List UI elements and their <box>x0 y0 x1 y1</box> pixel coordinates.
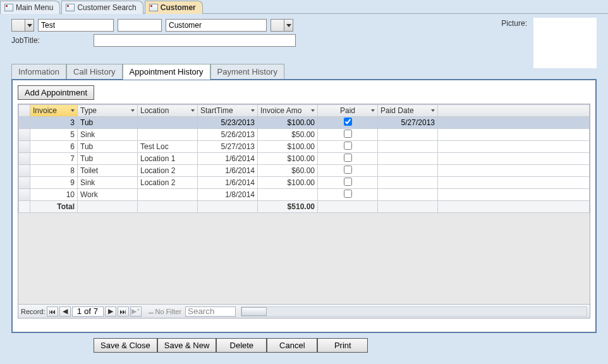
tab-information[interactable]: Information <box>11 64 66 79</box>
cell-location[interactable] <box>138 117 198 129</box>
cell-type[interactable]: Tub <box>78 141 138 153</box>
cell-paid[interactable] <box>318 141 378 153</box>
jobtitle-field[interactable] <box>94 34 296 47</box>
tab-main-menu[interactable]: Main Menu <box>0 1 60 14</box>
cell-invoice-amount[interactable]: $60.00 <box>258 165 318 177</box>
nav-new-button[interactable]: ▶* <box>130 306 142 317</box>
row-selector[interactable] <box>19 165 30 177</box>
tab-customer[interactable]: Customer <box>145 1 203 14</box>
cell-location[interactable]: Location 2 <box>138 177 198 189</box>
cell-location[interactable] <box>138 129 198 141</box>
cell-invoice[interactable]: 10 <box>30 189 78 201</box>
paid-checkbox[interactable] <box>344 154 352 162</box>
tab-customer-search[interactable]: Customer Search <box>61 1 143 14</box>
cell-paid-date[interactable] <box>378 141 438 153</box>
cell-starttime[interactable]: 5/26/2013 <box>198 129 258 141</box>
nav-next-button[interactable]: ▶ <box>105 306 116 317</box>
table-row[interactable]: 9SinkLocation 21/6/2014$100.00 <box>19 177 590 189</box>
cell-invoice-amount[interactable]: $100.00 <box>258 153 318 165</box>
row-selector[interactable] <box>19 153 30 165</box>
cell-paid[interactable] <box>318 189 378 201</box>
print-button[interactable]: Print <box>317 338 368 353</box>
delete-button[interactable]: Delete <box>216 338 267 353</box>
col-type[interactable]: Type <box>78 105 138 117</box>
cell-invoice[interactable]: 3 <box>30 117 78 129</box>
cell-starttime[interactable]: 1/6/2014 <box>198 177 258 189</box>
paid-checkbox[interactable] <box>344 190 352 198</box>
select-all-cell[interactable] <box>19 105 30 117</box>
cell-type[interactable]: Sink <box>78 177 138 189</box>
cell-invoice[interactable]: 7 <box>30 153 78 165</box>
title-combo[interactable] <box>11 19 34 32</box>
paid-checkbox[interactable] <box>344 118 352 126</box>
cell-paid-date[interactable] <box>378 129 438 141</box>
cell-type[interactable]: Tub <box>78 153 138 165</box>
table-row[interactable]: 10Work1/8/2014 <box>19 189 590 201</box>
save-new-button[interactable]: Save & New <box>157 338 217 353</box>
cell-type[interactable]: Tub <box>78 117 138 129</box>
row-selector[interactable] <box>19 141 30 153</box>
cell-location[interactable] <box>138 189 198 201</box>
tab-appointment-history[interactable]: Appointment History <box>123 64 210 80</box>
row-selector[interactable] <box>19 117 30 129</box>
save-close-button[interactable]: Save & Close <box>94 338 157 353</box>
cell-starttime[interactable]: 1/6/2014 <box>198 165 258 177</box>
cell-paid-date[interactable] <box>378 165 438 177</box>
cell-location[interactable]: Location 2 <box>138 165 198 177</box>
cell-paid[interactable] <box>318 177 378 189</box>
cell-paid-date[interactable]: 5/27/2013 <box>378 117 438 129</box>
col-starttime[interactable]: StartTime <box>198 105 258 117</box>
nav-prev-button[interactable]: ◀ <box>59 306 71 317</box>
grid-table[interactable]: Invoice Type Location StartTime Invoice … <box>18 104 590 213</box>
cell-paid-date[interactable] <box>378 177 438 189</box>
suffix-combo[interactable] <box>271 19 293 32</box>
cell-paid[interactable] <box>318 129 378 141</box>
cell-starttime[interactable]: 5/27/2013 <box>198 141 258 153</box>
search-input[interactable] <box>185 306 236 317</box>
table-row[interactable]: 7TubLocation 11/6/2014$100.00 <box>19 153 590 165</box>
paid-checkbox[interactable] <box>344 130 352 138</box>
row-selector[interactable] <box>19 177 30 189</box>
filter-indicator[interactable]: ⚊No Filter <box>148 307 182 315</box>
row-selector[interactable] <box>19 189 30 201</box>
cell-paid-date[interactable] <box>378 153 438 165</box>
cell-invoice-amount[interactable]: $100.00 <box>258 141 318 153</box>
add-appointment-button[interactable]: Add Appointment <box>18 85 94 100</box>
nav-first-button[interactable]: ⏮ <box>47 306 58 317</box>
cell-paid[interactable] <box>318 117 378 129</box>
cell-starttime[interactable]: 1/6/2014 <box>198 153 258 165</box>
tab-call-history[interactable]: Call History <box>66 64 122 79</box>
tab-payment-history[interactable]: Payment History <box>210 64 284 79</box>
middle-name-field[interactable] <box>118 19 162 32</box>
cell-location[interactable]: Test Loc <box>138 141 198 153</box>
col-paid[interactable]: Paid <box>318 105 378 117</box>
last-name-field[interactable] <box>166 19 267 32</box>
cell-type[interactable]: Toilet <box>78 165 138 177</box>
table-row[interactable]: 5Sink5/26/2013$50.00 <box>19 129 590 141</box>
first-name-field[interactable] <box>38 19 114 32</box>
paid-checkbox[interactable] <box>344 166 352 174</box>
paid-checkbox[interactable] <box>344 142 352 150</box>
cell-paid[interactable] <box>318 165 378 177</box>
cell-paid-date[interactable] <box>378 189 438 201</box>
cell-type[interactable]: Work <box>78 189 138 201</box>
table-row[interactable]: 3Tub5/23/2013$100.005/27/2013 <box>19 117 590 129</box>
col-invoice-amount[interactable]: Invoice Amo <box>258 105 318 117</box>
horizontal-scrollbar[interactable] <box>241 306 587 317</box>
cell-invoice[interactable]: 5 <box>30 129 78 141</box>
row-selector[interactable] <box>19 129 30 141</box>
table-row[interactable]: 8ToiletLocation 21/6/2014$60.00 <box>19 165 590 177</box>
nav-last-button[interactable]: ⏭ <box>118 306 129 317</box>
col-location[interactable]: Location <box>138 105 198 117</box>
table-row[interactable]: 6TubTest Loc5/27/2013$100.00 <box>19 141 590 153</box>
cell-invoice-amount[interactable]: $100.00 <box>258 117 318 129</box>
cell-invoice-amount[interactable] <box>258 189 318 201</box>
picture-box[interactable] <box>533 18 597 68</box>
cell-invoice[interactable]: 8 <box>30 165 78 177</box>
cell-starttime[interactable]: 5/23/2013 <box>198 117 258 129</box>
col-paid-date[interactable]: Paid Date <box>378 105 438 117</box>
paid-checkbox[interactable] <box>344 178 352 186</box>
cancel-button[interactable]: Cancel <box>267 338 317 353</box>
col-invoice[interactable]: Invoice <box>30 105 78 117</box>
cell-invoice[interactable]: 6 <box>30 141 78 153</box>
